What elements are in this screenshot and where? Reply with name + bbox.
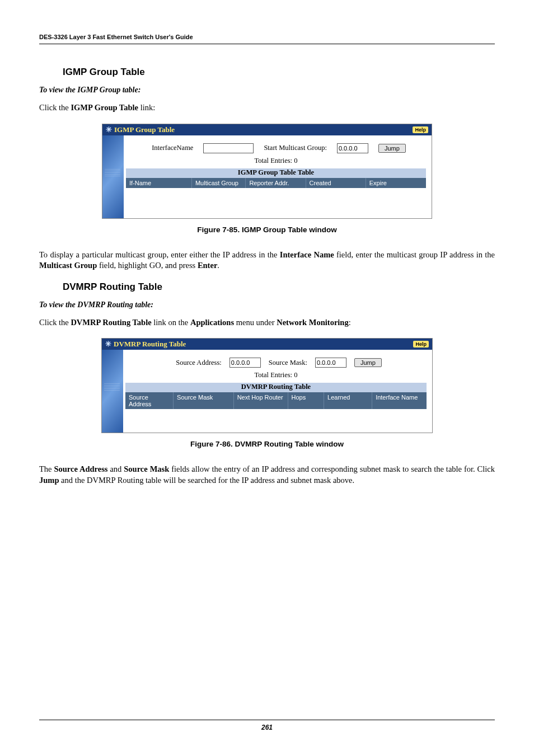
doc-header: DES-3326 Layer 3 Fast Ethernet Switch Us…	[39, 34, 495, 44]
igmp-b3: Enter	[198, 261, 217, 270]
igmp-table-subheader: IGMP Group Table Table	[126, 168, 426, 178]
page-footer: 261	[39, 720, 495, 731]
dvmrp-panel-head: ✳ DVMRP Routing Table Help	[102, 339, 432, 350]
igmp-panel-head: ✳ IGMP Group Table Help	[102, 124, 432, 135]
panel-decoration	[102, 350, 123, 433]
dvmrp-table-subheader: DVMRP Routing Table	[125, 383, 427, 392]
help-badge[interactable]: Help	[413, 126, 428, 133]
igmp-intro: Click the IGMP Group Table link:	[39, 102, 495, 114]
igmp-p4: .	[217, 261, 219, 270]
help-badge[interactable]: Help	[413, 341, 429, 348]
interface-name-label: InterfaceName	[152, 144, 193, 152]
igmp-panel: ✳ IGMP Group Table Help InterfaceName St…	[102, 124, 432, 219]
igmp-panel-title: IGMP Group Table	[114, 125, 413, 134]
dvmrp-subhead: To view the DVMRP Routing table:	[39, 300, 495, 309]
dvmrp-panel: ✳ DVMRP Routing Table Help Source Addres…	[101, 338, 433, 433]
dvmrp-intro: Click the DVMRP Routing Table link on th…	[39, 317, 495, 328]
dv-intro-pre: Click the	[39, 318, 71, 327]
jump-button[interactable]: Jump	[378, 144, 406, 153]
dv-p1: The	[39, 464, 54, 473]
dv-intro-b1: DVMRP Routing Table	[71, 318, 151, 327]
dvmrp-table-header: Source Address Source Mask Next Hop Rout…	[125, 392, 427, 409]
col-hops: Hops	[288, 392, 325, 409]
snowflake-icon: ✳	[106, 125, 112, 134]
dv-p3: fields allow the entry of an IP address …	[169, 464, 495, 473]
src-addr-input[interactable]	[229, 358, 261, 368]
src-mask-input[interactable]	[315, 358, 346, 368]
dv-p4: and the DVMRP Routing table will be sear…	[59, 476, 354, 485]
igmp-p3: field, highlight GO, and press	[97, 261, 198, 270]
dvmrp-section-title: DVMRP Routing Table	[63, 281, 495, 293]
dv-intro-post: :	[349, 318, 351, 327]
igmp-section-title: IGMP Group Table	[63, 67, 495, 78]
col-ifname: If-Name	[126, 178, 192, 188]
col-src-addr: Source Address	[125, 392, 174, 409]
dv-intro-m1: link on the	[152, 318, 190, 327]
dv-b3: Jump	[39, 476, 59, 485]
dv-b2: Source Mask	[124, 464, 169, 473]
igmp-figure-caption: Figure 7-85. IGMP Group Table window	[39, 226, 495, 234]
dvmrp-figure-caption: Figure 7-86. DVMRP Routing Table window	[39, 440, 495, 448]
col-expire: Expire	[366, 178, 426, 188]
col-learned: Learned	[324, 392, 372, 409]
col-nexthop: Next Hop Router	[234, 392, 288, 409]
igmp-b1: Interface Name	[280, 250, 334, 259]
igmp-p2: field, enter the multicast group IP addr…	[334, 250, 495, 259]
igmp-intro-pre: Click the	[39, 103, 71, 112]
igmp-p1: To display a particular multicast group,…	[39, 250, 280, 259]
src-addr-label: Source Address:	[176, 359, 222, 367]
dvmrp-total-entries: Total Entries: 0	[125, 371, 427, 379]
col-reporter: Reporter Addr.	[246, 178, 306, 188]
igmp-subhead: To view the IGMP Group table:	[39, 86, 495, 95]
dv-intro-b2: Applications	[190, 318, 234, 327]
dvmrp-panel-title: DVMRP Routing Table	[114, 340, 413, 349]
smg-label: Start Multicast Group:	[264, 144, 327, 152]
col-iface: Interface Name	[372, 392, 427, 409]
igmp-table-header: If-Name Multicast Group Reporter Addr. C…	[126, 178, 426, 188]
panel-decoration	[102, 135, 124, 218]
igmp-total-entries: Total Entries: 0	[126, 157, 426, 165]
snowflake-icon: ✳	[105, 340, 111, 349]
dvmrp-para: The Source Address and Source Mask field…	[39, 464, 495, 486]
dv-intro-m2: menu under	[234, 318, 277, 327]
col-created: Created	[306, 178, 366, 188]
igmp-b2: Multicast Group	[39, 261, 97, 270]
igmp-intro-post: link:	[138, 103, 155, 112]
src-mask-label: Source Mask:	[269, 359, 307, 367]
dv-p2: and	[108, 464, 124, 473]
col-multicast: Multicast Group	[192, 178, 246, 188]
jump-button[interactable]: Jump	[354, 358, 382, 367]
col-src-mask: Source Mask	[174, 392, 234, 409]
smg-input[interactable]	[337, 143, 368, 153]
igmp-intro-bold: IGMP Group Table	[71, 103, 138, 112]
igmp-para: To display a particular multicast group,…	[39, 250, 495, 271]
dv-intro-b3: Network Monitoring	[277, 318, 348, 327]
dv-b1: Source Address	[54, 464, 107, 473]
interface-name-input[interactable]	[203, 143, 254, 153]
